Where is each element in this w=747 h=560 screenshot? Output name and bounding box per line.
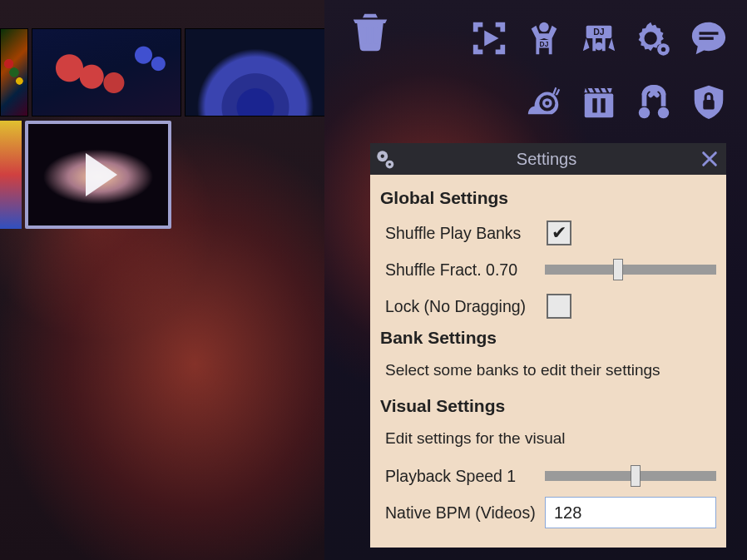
svg-point-20 [658,107,669,118]
svg-rect-17 [592,98,596,112]
playback-speed-slider[interactable] [545,471,716,481]
lock-button[interactable] [682,72,735,131]
fullscreen-play-icon [470,19,508,57]
snail-icon [525,82,563,121]
shuffle-fract-label: Shuffle Fract. 0.70 [380,260,545,280]
svg-text:DJ: DJ [540,40,549,48]
svg-point-25 [388,163,391,166]
check-icon: ✔ [552,224,566,242]
global-settings-heading: Global Settings [380,188,716,208]
dj-person-button[interactable]: DJ [517,8,571,68]
shuffle-button[interactable] [627,72,680,131]
chat-bubble-icon [690,19,728,57]
slider-knob[interactable] [613,259,623,280]
settings-gears-button[interactable] [627,8,680,68]
svg-point-10 [661,47,665,52]
svg-text:DJ: DJ [593,27,605,37]
svg-rect-12 [700,37,714,39]
svg-rect-2 [374,27,378,44]
svg-point-23 [381,155,384,158]
svg-rect-16 [585,93,614,117]
pause-button[interactable] [572,72,626,131]
svg-rect-0 [363,27,366,44]
dj-banner-button[interactable]: DJ [572,8,626,68]
svg-rect-18 [601,98,605,112]
settings-header: Settings [370,143,726,175]
shuffle-play-checkbox[interactable]: ✔ [547,221,571,245]
lock-dragging-checkbox[interactable] [547,294,571,319]
settings-gears-icon [635,19,673,57]
thumbnail[interactable] [185,28,326,116]
visual-settings-hint: Edit settings for the visual [380,424,716,459]
trash-icon [348,8,393,53]
fullscreen-play-button[interactable] [463,8,516,68]
pause-clapper-icon [580,82,618,121]
settings-panel: Settings Global Settings Shuffle Play Ba… [370,143,726,548]
shuffle-fract-slider[interactable] [545,265,716,275]
visual-settings-heading: Visual Settings [380,396,716,416]
thumbnail-row-1 [0,28,326,116]
close-icon [700,150,719,168]
shuffle-swap-icon [635,82,673,121]
svg-rect-11 [700,32,719,34]
playback-speed-label: Playback Speed 1 [380,467,545,486]
lock-shield-icon [690,82,728,121]
visual-bank-panel [0,0,324,560]
native-bpm-input[interactable] [545,497,716,528]
svg-point-19 [639,107,650,118]
svg-rect-21 [703,100,714,109]
trash-button[interactable] [348,8,393,53]
svg-point-3 [539,22,549,32]
gears-icon [374,148,396,170]
settings-header-icon [370,148,400,170]
thumbnail[interactable] [0,28,28,116]
svg-rect-1 [369,27,372,44]
dj-banner-icon: DJ [580,19,618,57]
selected-visual-tile[interactable] [25,121,171,229]
close-button[interactable] [693,150,726,168]
bank-settings-hint: Select some banks to edit their settings [380,356,716,391]
shuffle-play-label: Shuffle Play Banks [380,224,547,243]
native-bpm-label: Native BPM (Videos) [380,503,545,523]
dj-person-icon: DJ [525,19,563,57]
svg-point-8 [595,42,603,51]
chat-button[interactable] [682,8,735,68]
slider-knob[interactable] [631,465,641,487]
play-icon [86,153,117,196]
lock-dragging-label: Lock (No Dragging) [380,297,547,316]
bank-settings-heading: Bank Settings [380,328,716,348]
thumbnail-row-2 [0,121,171,229]
svg-point-15 [545,101,549,105]
slow-speed-button[interactable] [517,72,571,131]
thumbnail[interactable] [0,121,22,229]
settings-title: Settings [400,150,693,169]
thumbnail[interactable] [32,28,181,116]
